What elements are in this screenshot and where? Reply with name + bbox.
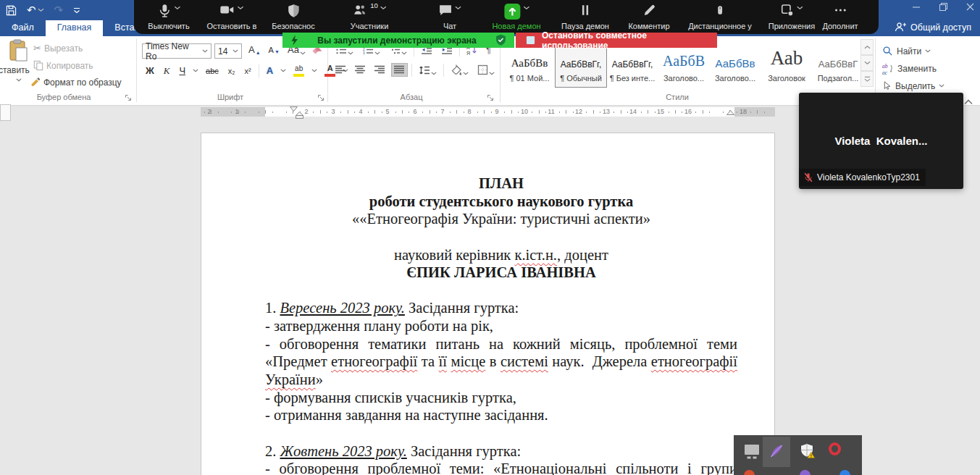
select-button[interactable]: Выделить <box>882 80 945 91</box>
highlight-color-button[interactable]: ab <box>291 64 306 78</box>
superscript-button[interactable]: х² <box>243 65 254 77</box>
close-button[interactable] <box>966 3 974 11</box>
line-spacing-button[interactable] <box>416 64 439 77</box>
style-item-5[interactable]: АаБбВвЗаголово... <box>710 41 761 87</box>
hanging-indent-marker[interactable] <box>296 112 303 119</box>
zoom-participants-button[interactable]: 10Участники <box>351 3 389 30</box>
window-controls <box>913 3 974 11</box>
cut-label: Вырезать <box>44 43 83 54</box>
grow-font-button[interactable]: А▲ <box>246 43 263 56</box>
font-name-combo[interactable]: Times New Ro <box>142 43 212 59</box>
collapse-ribbon-button[interactable] <box>963 98 973 105</box>
zoom-share-screen-button[interactable]: Новая демон <box>492 3 540 30</box>
find-button[interactable]: Найти <box>882 46 931 56</box>
maximize-button[interactable] <box>939 3 947 11</box>
align-left-button[interactable] <box>333 64 348 76</box>
monitor-icon[interactable] <box>742 442 761 460</box>
chevron-down-icon[interactable] <box>523 6 529 10</box>
strikethrough-button[interactable]: abc <box>204 65 221 77</box>
stop-share-button[interactable]: Остановить совместное использование <box>516 33 717 48</box>
style-preview: АаБбВв <box>710 41 761 70</box>
screen-share-status-banner: Вы запустили демонстрацию экрана <box>282 33 514 48</box>
styles-scroll-up-button[interactable] <box>860 39 874 55</box>
clipboard-dialog-launcher[interactable] <box>125 94 132 101</box>
scissors-icon: ✂ <box>33 43 41 54</box>
minimize-button[interactable] <box>913 3 921 11</box>
zoom-remote-control-button[interactable]: Дистанционное у <box>688 3 752 30</box>
cut-button[interactable]: ✂ Вырезать <box>33 43 83 54</box>
copy-button[interactable]: Копировать <box>33 60 93 71</box>
save-button[interactable] <box>6 5 17 16</box>
chevron-down-icon[interactable] <box>797 6 803 10</box>
document-page[interactable]: ПЛАНроботи студентського наукового гуртк… <box>201 133 775 475</box>
red-app-icon[interactable] <box>744 470 755 475</box>
select-label: Выделить <box>895 81 935 91</box>
italic-button[interactable]: К <box>162 64 172 78</box>
font-dialog-launcher[interactable] <box>317 94 324 101</box>
align-right-button[interactable] <box>372 64 388 76</box>
purple-app-icon[interactable] <box>800 470 811 475</box>
borders-button[interactable] <box>475 63 497 77</box>
customize-qat-button[interactable] <box>73 7 80 14</box>
format-painter-button[interactable]: Формат по образцу <box>30 77 122 88</box>
tab-главная[interactable]: Главная <box>46 20 104 36</box>
undo-button[interactable]: ↶ <box>27 4 44 16</box>
justify-button[interactable] <box>392 64 407 76</box>
redo-button[interactable]: ↷ <box>54 4 64 16</box>
chevron-down-icon[interactable] <box>311 69 317 72</box>
replace-button[interactable]: abac Заменить <box>882 63 937 75</box>
zoom-video-camera-button[interactable]: Остановить в <box>207 3 257 30</box>
tab-файл[interactable]: Файл <box>0 20 46 36</box>
ruler-number: 9 <box>495 108 498 115</box>
font-size-combo[interactable]: 14 <box>214 43 242 59</box>
align-center-button[interactable] <box>353 64 368 76</box>
shading-button[interactable] <box>448 63 471 77</box>
underline-button[interactable]: Ч <box>177 64 188 77</box>
styles-scroll-down-button[interactable] <box>860 55 874 71</box>
zoom-button-label: Пауза демон <box>561 22 609 30</box>
first-line-indent-marker[interactable] <box>290 106 298 112</box>
shrink-font-button[interactable]: А▼ <box>267 44 282 56</box>
document-text-line: науковий керівник к.іст.н., доцент <box>265 246 737 264</box>
remote-control-icon <box>715 3 725 17</box>
chevron-down-icon <box>233 49 238 53</box>
chevron-down-icon[interactable] <box>380 6 387 10</box>
blue-app-icon[interactable] <box>839 470 850 475</box>
zoom-button-label: Новая демон <box>492 22 540 30</box>
zoom-apps-button[interactable]: Приложения <box>768 3 815 30</box>
chevron-down-icon[interactable] <box>174 6 180 10</box>
zoom-button-label: Приложения <box>768 22 815 30</box>
feather-icon[interactable] <box>768 442 785 460</box>
right-indent-marker[interactable] <box>726 110 734 115</box>
paste-button[interactable]: ставить <box>9 39 30 82</box>
chevron-down-icon[interactable] <box>280 69 286 72</box>
zoom-pause-button[interactable]: Пауза демон <box>561 3 609 30</box>
chevron-down-icon[interactable] <box>238 6 244 10</box>
chevron-down-icon[interactable] <box>455 6 461 10</box>
zoom-more-dots-button[interactable]: Дополнит <box>822 3 858 30</box>
style-label: ¶ Обычный <box>556 74 606 83</box>
share-document-button[interactable]: Общий доступ <box>895 22 971 33</box>
participant-video-tile[interactable]: Violeta Kovalen... Violeta KovalenkoTyp2… <box>799 93 963 189</box>
style-item-6[interactable]: АаbЗаголовок <box>761 41 812 87</box>
chevron-down-icon[interactable] <box>193 69 198 72</box>
zoom-chat-bubble-button[interactable]: Чат <box>438 3 461 30</box>
subscript-button[interactable]: х₂ <box>226 65 238 77</box>
redo-icon: ↷ <box>54 4 64 16</box>
zoom-annotate-pencil-button[interactable]: Комментир <box>628 3 669 30</box>
opera-icon[interactable] <box>829 442 841 455</box>
paragraph-dialog-launcher[interactable] <box>487 94 494 101</box>
bolt-icon <box>290 34 299 46</box>
text-effects-button[interactable]: А <box>264 64 275 77</box>
bold-button[interactable]: Ж <box>143 64 156 77</box>
participants-count-badge: 10 <box>370 1 378 9</box>
defender-shield-icon[interactable] <box>799 442 816 460</box>
ruler-number: 3 <box>331 108 335 115</box>
share-document-label: Общий доступ <box>910 22 971 33</box>
style-item-7[interactable]: АаБбВвГПодзагол... <box>813 41 863 87</box>
zoom-security-shield-button[interactable]: Безопаснос <box>272 3 314 30</box>
styles-more-button[interactable] <box>860 71 874 87</box>
screen-share-status-text: Вы запустили демонстрацию экрана <box>317 35 477 46</box>
zoom-microphone-button[interactable]: Выключить <box>148 3 189 30</box>
ruler-number: 16 <box>684 108 692 115</box>
